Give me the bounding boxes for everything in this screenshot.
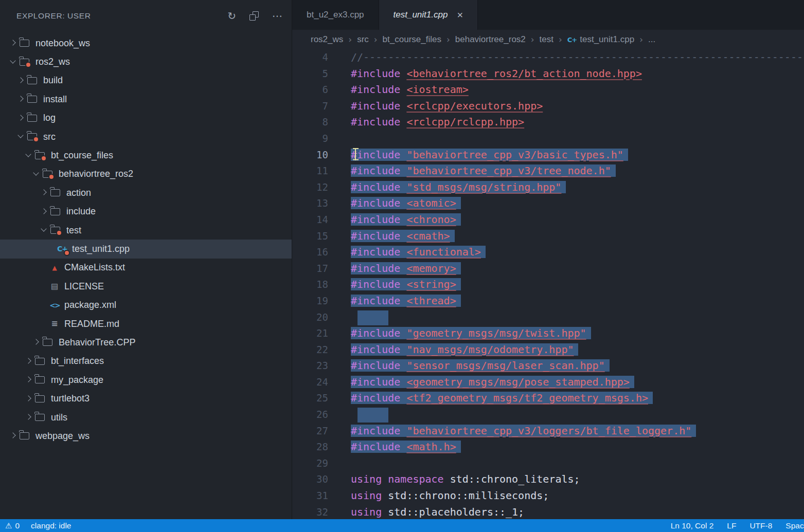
refresh-icon[interactable]: ↻: [227, 11, 236, 21]
chevron-right-icon[interactable]: [24, 375, 33, 384]
collapse-folders-icon[interactable]: [249, 11, 259, 21]
line-number[interactable]: 4: [292, 49, 328, 66]
line-number[interactable]: 14: [292, 212, 328, 228]
status-clangd-status[interactable]: clangd: idle: [31, 521, 71, 530]
breadcrumb-item-behaviortree_ros2[interactable]: behaviortree_ros2: [455, 34, 526, 45]
breadcrumb-item-src[interactable]: src: [357, 34, 369, 45]
code-line[interactable]: 30using namespace std::chrono_literals;: [292, 471, 804, 488]
code-line[interactable]: 5#include <behaviortree_ros2/bt_action_n…: [292, 66, 804, 82]
tree-item-my_package[interactable]: my_package: [0, 371, 292, 389]
code-line[interactable]: 9: [292, 131, 804, 147]
line-number[interactable]: 21: [292, 325, 328, 342]
line-number[interactable]: 32: [292, 504, 328, 519]
line-number[interactable]: 31: [292, 488, 328, 504]
line-number[interactable]: 11: [292, 163, 328, 179]
chevron-right-icon[interactable]: [16, 76, 25, 85]
tree-item-ros2_ws[interactable]: ros2_ws: [0, 52, 292, 71]
tree-item-install[interactable]: install: [0, 90, 292, 108]
status-indentation[interactable]: Spaces: [785, 521, 804, 530]
code-line[interactable]: 7#include <rclcpp/executors.hpp>: [292, 98, 804, 115]
line-number[interactable]: 19: [292, 293, 328, 309]
code-line[interactable]: 6#include <iostream>: [292, 82, 804, 98]
code-line[interactable]: 13#include <atomic>: [292, 195, 804, 212]
tree-item-bt_course_files[interactable]: bt_course_files: [0, 146, 292, 164]
chevron-right-icon[interactable]: [8, 39, 17, 48]
tree-item-webpage_ws[interactable]: webpage_ws: [0, 427, 292, 445]
breadcrumb-item-test[interactable]: test: [540, 34, 553, 45]
tree-item-log[interactable]: log: [0, 109, 292, 127]
line-number[interactable]: 8: [292, 114, 328, 131]
code-line[interactable]: 32using std::placeholders::_1;: [292, 504, 804, 519]
line-number[interactable]: 30: [292, 471, 328, 488]
code-line[interactable]: 19#include <thread>: [292, 293, 804, 309]
code-line[interactable]: 24#include <geometry_msgs/msg/pose_stamp…: [292, 374, 804, 391]
chevron-down-icon[interactable]: [39, 226, 48, 235]
chevron-right-icon[interactable]: [39, 207, 48, 216]
tree-item-bt_interfaces[interactable]: bt_interfaces: [0, 352, 292, 371]
code-editor[interactable]: 4//-------------------------------------…: [292, 49, 804, 519]
tree-item-test_unit1.cpp[interactable]: C+test_unit1.cpp: [0, 240, 292, 258]
code-line[interactable]: 25#include <tf2_geometry_msgs/tf2_geomet…: [292, 390, 804, 407]
close-tab-icon[interactable]: ×: [457, 10, 463, 20]
tree-item-notebook_ws[interactable]: notebook_ws: [0, 34, 292, 52]
tree-item-src[interactable]: src: [0, 127, 292, 146]
breadcrumb-item-ros2_ws[interactable]: ros2_ws: [311, 34, 343, 45]
tree-item-turtlebot3[interactable]: turtlebot3: [0, 389, 292, 408]
tree-item-utils[interactable]: utils: [0, 408, 292, 427]
line-number[interactable]: 27: [292, 423, 328, 439]
line-number[interactable]: 28: [292, 439, 328, 455]
tree-item-build[interactable]: build: [0, 71, 292, 90]
line-number[interactable]: 29: [292, 455, 328, 472]
line-number[interactable]: 23: [292, 358, 328, 374]
chevron-right-icon[interactable]: [24, 394, 33, 403]
line-number[interactable]: 20: [292, 309, 328, 326]
tree-item-test[interactable]: test: [0, 221, 292, 240]
tree-item-include[interactable]: include: [0, 203, 292, 221]
chevron-down-icon[interactable]: [16, 132, 25, 141]
status-encoding[interactable]: UTF-8: [749, 521, 772, 530]
line-number[interactable]: 18: [292, 277, 328, 293]
code-line[interactable]: 17#include <memory>: [292, 261, 804, 277]
chevron-right-icon[interactable]: [16, 95, 25, 104]
line-number[interactable]: 7: [292, 98, 328, 115]
status-eol[interactable]: LF: [727, 521, 736, 530]
status-cursor-position[interactable]: Ln 10, Col 2: [671, 521, 714, 530]
tab-bt_u2_ex3[interactable]: bt_u2_ex3.cpp: [292, 0, 379, 30]
tree-item-BehaviorTree.CPP[interactable]: BehaviorTree.CPP: [0, 333, 292, 352]
chevron-down-icon[interactable]: [24, 151, 33, 160]
tab-test_unit1[interactable]: test_unit1.cpp×: [379, 0, 478, 30]
line-number[interactable]: 6: [292, 82, 328, 98]
code-line[interactable]: 16#include <functional>: [292, 244, 804, 261]
line-number[interactable]: 15: [292, 228, 328, 245]
chevron-right-icon[interactable]: [24, 413, 33, 422]
chevron-right-icon[interactable]: [39, 188, 48, 197]
code-line[interactable]: 8#include <rclcpp/rclcpp.hpp>: [292, 114, 804, 131]
code-line[interactable]: 29: [292, 455, 804, 472]
line-number[interactable]: 17: [292, 261, 328, 277]
line-number[interactable]: 10: [292, 147, 328, 163]
status-problems[interactable]: ⚠0: [5, 521, 20, 530]
code-line[interactable]: 21#include "geometry_msgs/msg/twist.hpp": [292, 325, 804, 342]
code-line[interactable]: 28#include <math.h>: [292, 439, 804, 455]
line-number[interactable]: 26: [292, 407, 328, 423]
line-number[interactable]: 22: [292, 342, 328, 358]
code-line[interactable]: 11#include "behaviortree_cpp_v3/tree_nod…: [292, 163, 804, 179]
line-number[interactable]: 9: [292, 131, 328, 147]
line-number[interactable]: 12: [292, 179, 328, 196]
code-line[interactable]: 23#include "sensor_msgs/msg/laser_scan.h…: [292, 358, 804, 374]
code-line[interactable]: 4//-------------------------------------…: [292, 49, 804, 66]
line-number[interactable]: 5: [292, 66, 328, 82]
chevron-right-icon[interactable]: [16, 114, 25, 123]
chevron-down-icon[interactable]: [8, 58, 17, 67]
tree-item-CMakeLists.txt[interactable]: ▲CMakeLists.txt: [0, 259, 292, 277]
chevron-right-icon[interactable]: [8, 431, 17, 441]
code-line[interactable]: 18#include <string>: [292, 277, 804, 293]
chevron-right-icon[interactable]: [24, 357, 33, 366]
code-line[interactable]: 20: [292, 309, 804, 326]
breadcrumb-item-...[interactable]: ...: [648, 34, 655, 45]
code-line[interactable]: 31using std::chrono::milliseconds;: [292, 488, 804, 504]
tree-item-LICENSE[interactable]: ▤LICENSE: [0, 277, 292, 296]
code-line[interactable]: 26: [292, 407, 804, 423]
chevron-down-icon[interactable]: [31, 170, 41, 179]
line-number[interactable]: 24: [292, 374, 328, 391]
